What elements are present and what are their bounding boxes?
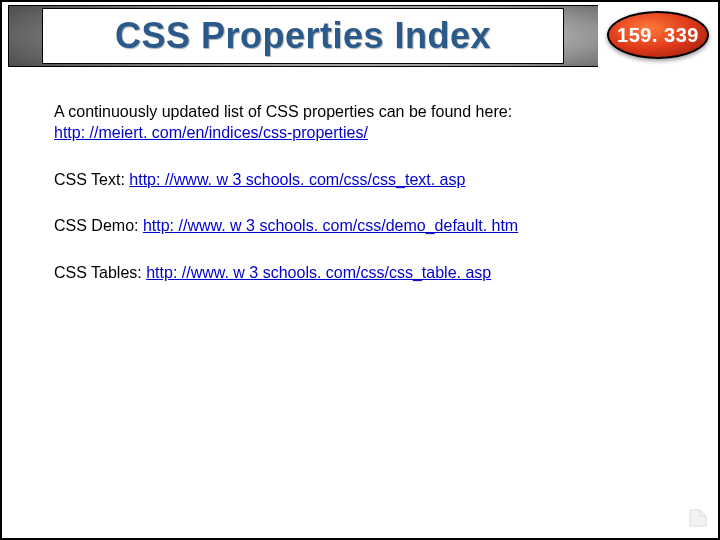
slide-number: 159. 339 — [617, 24, 699, 47]
link-label: CSS Demo: — [54, 217, 143, 234]
intro-paragraph: A continuously updated list of CSS prope… — [54, 102, 658, 144]
link-item-0: CSS Text: http: //www. w 3 schools. com/… — [54, 170, 658, 191]
link-label: CSS Tables: — [54, 264, 146, 281]
link-item-2: CSS Tables: http: //www. w 3 schools. co… — [54, 263, 658, 284]
link-label: CSS Text: — [54, 171, 129, 188]
intro-link[interactable]: http: //meiert. com/en/indices/css-prope… — [54, 124, 368, 141]
slide-title: CSS Properties Index — [115, 15, 491, 57]
link-url[interactable]: http: //www. w 3 schools. com/css/demo_d… — [143, 217, 518, 234]
link-url[interactable]: http: //www. w 3 schools. com/css/css_ta… — [146, 264, 491, 281]
link-url[interactable]: http: //www. w 3 schools. com/css/css_te… — [129, 171, 465, 188]
title-box: CSS Properties Index — [42, 8, 564, 64]
badge-box: 159. 339 — [598, 2, 718, 68]
slide-number-badge: 159. 339 — [607, 11, 709, 59]
page-curl-icon — [688, 508, 708, 528]
slide: CSS Properties Index 159. 339 A continuo… — [0, 0, 720, 540]
content-area: A continuously updated list of CSS prope… — [54, 102, 658, 310]
link-item-1: CSS Demo: http: //www. w 3 schools. com/… — [54, 216, 658, 237]
intro-text: A continuously updated list of CSS prope… — [54, 103, 512, 120]
